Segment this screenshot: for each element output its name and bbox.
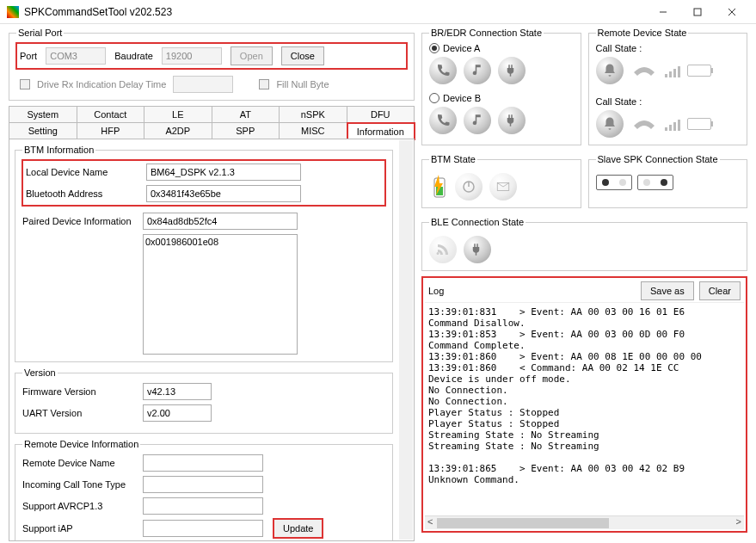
remote-name-label: Remote Device Name	[22, 458, 143, 468]
remote-state-group: Remote Device State Call State : Call St…	[588, 28, 748, 145]
ble-legend: BLE Connection State	[429, 217, 526, 227]
signal-icon	[665, 64, 680, 77]
bt-addr-field[interactable]	[146, 185, 301, 202]
serial-controls: Port Baudrate Open Close	[16, 43, 407, 69]
remote-name-field[interactable]	[143, 454, 263, 472]
device-b-radio[interactable]: Device B	[429, 93, 574, 103]
tab-at[interactable]: AT	[212, 106, 280, 122]
tab-a2dp[interactable]: A2DP	[144, 122, 212, 139]
btm-state-group: BTM State	[421, 154, 581, 208]
phone-icon	[429, 57, 457, 84]
rss-icon	[429, 236, 457, 263]
bt-addr-label: Bluetooth Address	[26, 188, 146, 199]
tab-spp[interactable]: SPP	[212, 122, 280, 139]
log-h-scrollbar[interactable]	[425, 515, 744, 529]
app-icon	[7, 6, 19, 18]
port-label: Port	[20, 51, 37, 61]
log-panel: Log Save as Clear 13:39:01:831 > Event: …	[421, 276, 747, 533]
avrcp-label: Support AVRCP1.3	[22, 501, 143, 511]
ble-group: BLE Connection State	[421, 217, 747, 271]
minimize-button[interactable]	[646, 0, 680, 24]
spk-box-2	[637, 175, 673, 190]
btm-legend: BTM Information	[22, 145, 95, 155]
call-state-a-label: Call State :	[596, 43, 741, 53]
fill-label: Fill Null Byte	[276, 79, 329, 89]
bell-icon	[596, 57, 624, 84]
tab-information[interactable]: Information	[347, 123, 415, 139]
bell-icon	[596, 110, 624, 138]
local-name-label: Local Device Name	[26, 167, 146, 177]
tab-dfu[interactable]: DFU	[347, 106, 415, 122]
spk-box-1	[596, 175, 632, 190]
tab-setting[interactable]: Setting	[9, 122, 77, 139]
music-icon	[464, 107, 491, 134]
signal-icon	[665, 117, 680, 131]
paired-first[interactable]	[143, 213, 298, 230]
iap-field[interactable]	[143, 520, 263, 537]
paired-item: 0x001986001e08	[145, 237, 295, 247]
tab-hfp[interactable]: HFP	[77, 122, 145, 139]
serial-port-group: Serial Port Port Baudrate Open Close Dri…	[9, 28, 415, 101]
tone-label: Incoming Call Tone Type	[22, 479, 143, 490]
battery-icon	[687, 65, 711, 77]
remote-info-legend: Remote Device Information	[22, 439, 140, 449]
handset-icon	[630, 115, 658, 133]
uart-label: UART Version	[22, 408, 143, 418]
btm-info-group: BTM Information Local Device Name Blueto…	[15, 145, 393, 362]
log-textarea[interactable]: 13:39:01:831 > Event: AA 00 03 00 16 01 …	[425, 302, 744, 515]
serial-legend: Serial Port	[16, 28, 64, 38]
maximize-button[interactable]	[680, 0, 715, 24]
battery-icon	[687, 118, 711, 130]
music-icon	[464, 57, 491, 84]
bredr-group: BR/EDR Connection State Device A Device …	[421, 28, 581, 145]
version-legend: Version	[22, 367, 58, 378]
tab-nspk[interactable]: nSPK	[280, 106, 347, 122]
log-label: Log	[428, 286, 641, 296]
paired-label: Paired Device Information	[22, 216, 143, 226]
version-group: Version Firmware Version UART Version	[15, 367, 393, 434]
tab-le[interactable]: LE	[144, 106, 212, 122]
update-button[interactable]: Update	[274, 519, 323, 538]
fill-checkbox[interactable]	[259, 79, 269, 89]
uart-field[interactable]	[143, 404, 212, 422]
slave-group: Slave SPK Connection State	[588, 154, 748, 208]
local-name-field[interactable]	[146, 164, 301, 181]
open-button[interactable]: Open	[230, 46, 273, 65]
pane-scrollbar[interactable]	[399, 140, 413, 540]
tab-contact[interactable]: Contact	[77, 106, 145, 122]
svg-rect-1	[694, 9, 701, 15]
port-select[interactable]	[46, 47, 106, 65]
close-button[interactable]	[715, 0, 749, 24]
save-as-button[interactable]: Save as	[641, 281, 694, 300]
close-button-serial[interactable]: Close	[281, 46, 324, 65]
power-icon	[455, 173, 482, 201]
call-state-b-label: Call State :	[596, 96, 741, 107]
bredr-legend: BR/EDR Connection State	[429, 28, 544, 38]
drive-label: Drive Rx Indication Delay Time	[37, 79, 166, 89]
plug-icon	[498, 57, 526, 84]
tab-misc[interactable]: MISC	[280, 122, 347, 139]
avrcp-field[interactable]	[143, 497, 263, 515]
phone-icon	[429, 107, 457, 134]
remote-state-legend: Remote Device State	[596, 28, 689, 38]
clear-button[interactable]: Clear	[699, 281, 741, 300]
plug-icon	[464, 236, 491, 263]
drive-input[interactable]	[173, 76, 233, 93]
remote-info-group: Remote Device Information Remote Device …	[15, 439, 393, 541]
slave-legend: Slave SPK Connection State	[596, 154, 720, 164]
tone-field[interactable]	[143, 476, 263, 493]
device-a-radio[interactable]: Device A	[429, 43, 574, 53]
drive-checkbox[interactable]	[20, 79, 30, 89]
paired-list[interactable]: 0x001986001e08	[143, 234, 298, 355]
handset-icon	[630, 62, 658, 79]
window-title: SPKCommandSetTool v202.523	[24, 6, 646, 18]
iap-label: Support iAP	[22, 523, 143, 534]
mail-icon	[489, 173, 517, 201]
plug-icon	[498, 107, 526, 134]
baud-label: Baudrate	[114, 51, 153, 61]
tab-system[interactable]: System	[9, 106, 77, 122]
baud-select[interactable]	[162, 47, 222, 65]
btm-state-legend: BTM State	[429, 154, 477, 164]
fw-field[interactable]	[143, 383, 212, 400]
battery-charge-icon	[429, 175, 448, 199]
